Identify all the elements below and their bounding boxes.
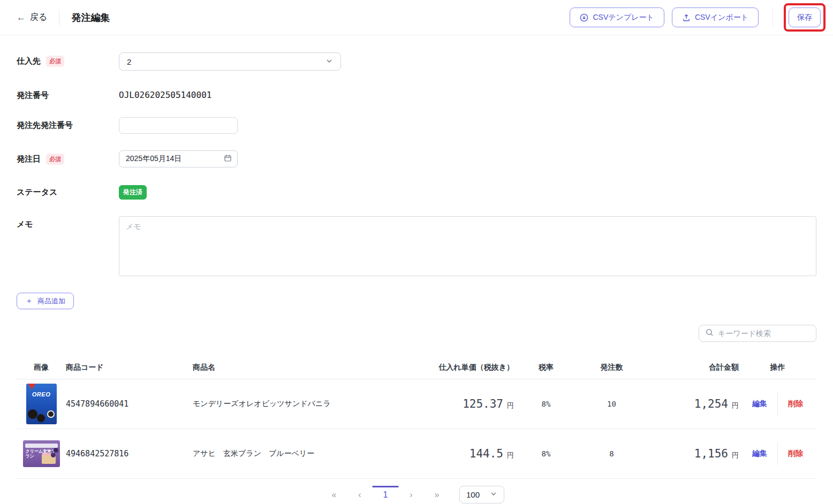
add-product-label: 商品追加 [37,296,65,306]
topbar: ← 戻る 発注編集 CSVテンプレート CSVインポート 保存 [0,0,833,35]
tax-rate-value: 8% [542,400,551,408]
prev-page-button[interactable]: ‹ [354,490,365,500]
unit-price-value: 144.5 [469,447,503,460]
plus-icon: ＋ [25,296,33,306]
total-currency: 円 [732,451,739,459]
supplier-row: 仕入先 必須 2 [17,52,816,71]
header-quantity: 発注数 [578,363,645,372]
products-table: 画像 商品コード 商品名 仕入れ単価（税抜き） 税率 発注数 合計金額 操作 O… [17,356,816,479]
quantity-value: 10 [607,400,616,408]
ops-divider [777,442,778,465]
total-value: 1,156 [694,447,728,460]
order-date-input[interactable]: 2025年05月14日 [119,150,238,167]
header-total: 合計金額 [645,363,739,372]
back-label: 戻る [30,12,47,23]
supplier-order-number-row: 発注先発注番号 [17,117,816,134]
back-arrow-icon: ← [17,12,26,23]
total-value: 1,254 [694,398,728,410]
download-icon [580,13,588,22]
edit-button[interactable]: 編集 [752,399,767,409]
header-operations: 操作 [739,363,816,372]
header-code: 商品コード [66,363,193,372]
delete-button[interactable]: 削除 [788,449,803,459]
header-name: 商品名 [193,363,418,372]
search-icon [706,329,714,339]
order-number-label: 発注番号 [17,90,49,101]
current-page[interactable]: 1 [380,490,391,500]
order-number-value: OJL026202505140001 [119,87,211,100]
product-image-asahi: クリーム玄米ブラン [23,440,60,467]
header-image: 画像 [17,363,66,372]
order-form: 仕入先 必須 2 発注番号 OJL026202505140001 発注先発注番号 [17,35,816,276]
status-row: ステータス 発注済 [17,184,816,200]
page-title: 発注編集 [71,11,110,24]
csv-import-button[interactable]: CSVインポート [672,7,759,27]
quantity-value: 8 [609,449,614,458]
next-page-button[interactable]: › [406,490,417,500]
total-currency: 円 [732,401,739,409]
ops-divider [777,393,778,415]
table-row: OREO 4547894660041 モンデリーズオレオビッツサンドバニラ 12… [17,379,816,429]
memo-label: メモ [17,219,33,230]
status-badge: 発注済 [119,185,147,200]
keyword-search-box [699,325,816,342]
header-divider [59,10,59,26]
csv-import-label: CSVインポート [695,13,748,22]
chevron-down-icon [325,57,333,66]
unit-price-currency: 円 [507,451,514,459]
csv-template-button[interactable]: CSVテンプレート [570,7,664,27]
active-page-indicator [373,486,399,487]
csv-template-label: CSVテンプレート [593,13,654,22]
memo-row: メモ [17,216,816,276]
supplier-order-number-label: 発注先発注番号 [17,120,73,131]
save-button-highlight-box: 保存 [784,3,826,32]
supplier-select-value: 2 [127,57,131,66]
product-code: 4946842527816 [66,449,128,459]
supplier-label: 仕入先 [17,56,41,66]
table-row: クリーム玄米ブラン 4946842527816 アサヒ 玄米ブラン ブルーベリー… [17,429,816,479]
table-header-row: 画像 商品コード 商品名 仕入れ単価（税抜き） 税率 発注数 合計金額 操作 [17,356,816,379]
add-product-button[interactable]: ＋ 商品追加 [17,293,74,309]
order-date-row: 発注日 必須 2025年05月14日 [17,150,816,167]
delete-button[interactable]: 削除 [788,399,803,409]
memo-textarea[interactable] [119,216,816,276]
first-page-button[interactable]: « [329,490,339,500]
last-page-button[interactable]: » [431,490,442,500]
pagination-wrap: « ‹ 1 › » 100 [17,479,816,504]
main-content: 仕入先 必須 2 発注番号 OJL026202505140001 発注先発注番号 [0,35,833,504]
unit-price-value: 125.37 [463,398,503,410]
upload-icon [682,13,691,22]
page-size-value: 100 [466,490,480,499]
keyword-search-input[interactable] [718,329,809,338]
product-name: アサヒ 玄米ブラン ブルーベリー [193,449,314,457]
product-name: モンデリーズオレオビッツサンドバニラ [193,399,331,408]
save-button[interactable]: 保存 [789,7,821,27]
order-date-label: 発注日 [17,154,41,164]
back-button[interactable]: ← 戻る [17,12,47,23]
chevron-down-icon [490,490,497,499]
supplier-order-number-input[interactable] [119,117,238,134]
status-label: ステータス [17,187,57,197]
page-size-select[interactable]: 100 [459,486,504,503]
product-image-oreo: OREO [26,384,57,424]
supplier-required-badge: 必須 [46,56,64,67]
unit-price-currency: 円 [507,401,514,409]
calendar-icon [224,154,232,164]
supplier-select[interactable]: 2 [119,52,341,71]
header-tax-rate: 税率 [514,363,578,372]
edit-button[interactable]: 編集 [752,449,767,459]
header-divider-2 [773,9,773,27]
header-unit-price: 仕入れ単価（税抜き） [418,363,514,372]
order-date-required-badge: 必須 [46,154,64,165]
order-number-row: 発注番号 OJL026202505140001 [17,87,816,101]
order-date-value: 2025年05月14日 [126,154,181,164]
tax-rate-value: 8% [542,449,551,458]
product-code: 4547894660041 [66,399,128,409]
pagination: « ‹ 1 › » 100 [17,479,816,504]
